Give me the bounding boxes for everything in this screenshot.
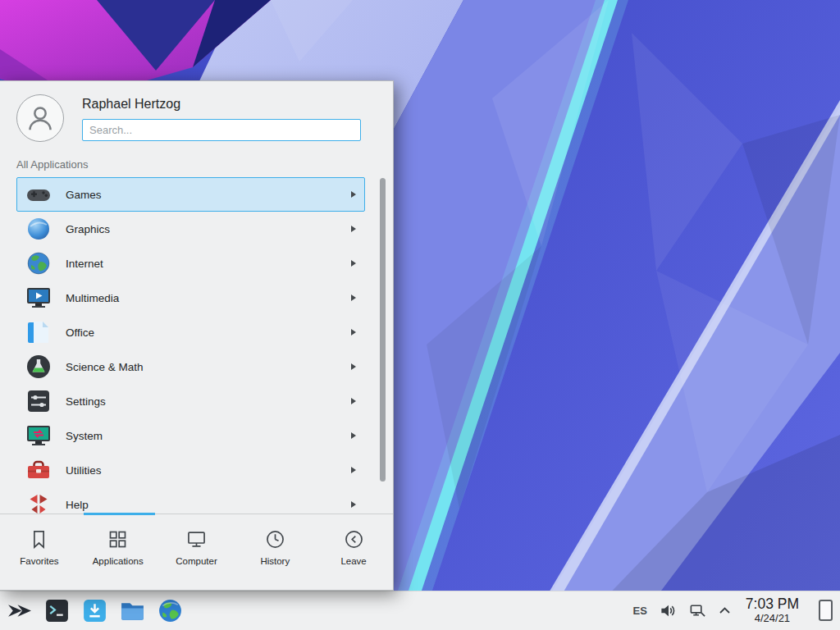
clock-time: 7:03 PM bbox=[746, 596, 799, 613]
category-help[interactable]: Help bbox=[16, 487, 365, 514]
list-scrollbar[interactable] bbox=[380, 178, 386, 482]
bookmark-icon bbox=[28, 528, 50, 550]
tab-favorites[interactable]: Favorites bbox=[0, 514, 79, 590]
category-utilities[interactable]: Utilities bbox=[16, 453, 365, 487]
user-name: Raphael Hertzog bbox=[82, 97, 361, 112]
help-icon bbox=[25, 491, 52, 514]
submenu-arrow-icon bbox=[351, 363, 356, 370]
tab-computer[interactable]: Computer bbox=[158, 514, 236, 590]
submenu-arrow-icon bbox=[351, 467, 356, 473]
launcher-header: Raphael Hertzog bbox=[0, 81, 393, 150]
tab-history[interactable]: History bbox=[235, 514, 314, 590]
show-desktop-button[interactable] bbox=[819, 600, 833, 621]
category-label: Settings bbox=[66, 395, 106, 408]
clock-date: 4/24/21 bbox=[746, 613, 799, 625]
kali-menu-icon[interactable] bbox=[6, 597, 33, 624]
keyboard-layout-indicator[interactable]: ES bbox=[632, 605, 646, 617]
active-tab-indicator bbox=[84, 513, 155, 515]
tab-leave[interactable]: Leave bbox=[314, 514, 393, 590]
file-manager-icon[interactable] bbox=[119, 597, 146, 624]
app-category-list: Games Graphics Internet bbox=[0, 175, 393, 514]
user-icon bbox=[24, 102, 57, 135]
submenu-arrow-icon bbox=[351, 191, 356, 198]
taskbar-launchers bbox=[0, 597, 184, 624]
launcher-footer-tabs: Favorites Applications Computer History bbox=[0, 514, 393, 590]
media-monitor-icon bbox=[25, 285, 52, 311]
paint-orb-icon bbox=[25, 216, 52, 242]
category-label: Utilities bbox=[66, 464, 102, 477]
expand-tray-icon[interactable] bbox=[719, 606, 731, 614]
gamepad-icon bbox=[25, 181, 52, 208]
category-label: Games bbox=[66, 189, 102, 201]
system-monitor-icon bbox=[25, 422, 52, 449]
submenu-arrow-icon bbox=[351, 226, 356, 232]
submenu-arrow-icon bbox=[351, 260, 356, 267]
toolbox-icon bbox=[25, 457, 52, 483]
category-graphics[interactable]: Graphics bbox=[16, 212, 365, 246]
category-label: Internet bbox=[66, 258, 103, 270]
tab-label: Applications bbox=[93, 556, 144, 566]
network-icon[interactable] bbox=[689, 602, 706, 619]
desktop: Raphael Hertzog All Applications Games G… bbox=[0, 0, 840, 630]
volume-icon[interactable] bbox=[660, 602, 677, 619]
category-science-math[interactable]: Science & Math bbox=[16, 349, 365, 384]
tab-applications[interactable]: Applications bbox=[79, 514, 158, 590]
category-office[interactable]: Office bbox=[16, 315, 365, 349]
search-input[interactable] bbox=[82, 119, 361, 141]
section-label-all-applications: All Applications bbox=[0, 150, 393, 175]
category-label: Graphics bbox=[66, 223, 110, 235]
category-internet[interactable]: Internet bbox=[16, 246, 365, 281]
computer-icon bbox=[185, 528, 208, 550]
taskbar: ES 7:03 PM 4/24/21 bbox=[0, 591, 840, 630]
terminal-icon[interactable] bbox=[43, 597, 71, 624]
application-launcher: Raphael Hertzog All Applications Games G… bbox=[0, 80, 394, 591]
submenu-arrow-icon bbox=[351, 329, 356, 336]
leave-icon bbox=[343, 528, 365, 550]
submenu-arrow-icon bbox=[351, 501, 356, 508]
submenu-arrow-icon bbox=[351, 398, 356, 404]
tab-label: History bbox=[260, 556, 290, 566]
clock-icon bbox=[264, 528, 286, 550]
flask-icon bbox=[25, 354, 52, 380]
tab-label: Favorites bbox=[20, 556, 58, 566]
web-browser-icon[interactable] bbox=[157, 597, 184, 624]
category-multimedia[interactable]: Multimedia bbox=[16, 281, 365, 315]
system-tray: ES 7:03 PM 4/24/21 bbox=[632, 596, 840, 624]
category-label: Science & Math bbox=[66, 361, 144, 373]
sliders-icon bbox=[25, 388, 52, 414]
document-icon bbox=[25, 319, 52, 345]
category-settings[interactable]: Settings bbox=[16, 384, 365, 418]
digital-clock[interactable]: 7:03 PM 4/24/21 bbox=[746, 596, 799, 624]
category-label: Help bbox=[66, 499, 89, 511]
tab-label: Computer bbox=[176, 556, 217, 566]
category-label: Office bbox=[66, 326, 94, 339]
submenu-arrow-icon bbox=[351, 432, 356, 439]
category-system[interactable]: System bbox=[16, 418, 365, 453]
category-label: System bbox=[66, 430, 103, 442]
software-center-icon[interactable] bbox=[81, 597, 108, 624]
tab-label: Leave bbox=[340, 556, 366, 566]
user-avatar[interactable] bbox=[16, 94, 64, 142]
globe-icon bbox=[25, 250, 52, 276]
category-label: Multimedia bbox=[66, 292, 119, 304]
submenu-arrow-icon bbox=[351, 294, 356, 301]
app-grid-icon bbox=[107, 528, 129, 550]
category-games[interactable]: Games bbox=[16, 177, 365, 212]
